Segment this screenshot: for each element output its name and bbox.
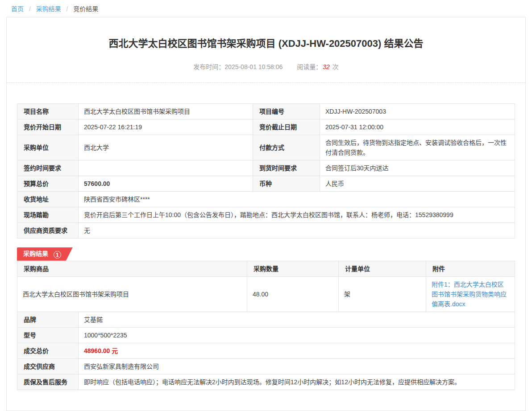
col-header-product: 采购商品 [17,261,247,276]
table-row: 收货地址 陕西省西安市碑林区**** [17,191,515,207]
project-name-value: 西北大学太白校区图书馆书架采购项目 [79,103,253,119]
brand-value: 艾基鍩 [79,312,515,327]
table-row: 签约时间要求 到货时间要求 合同签订后30天内送达 [17,160,515,176]
warranty-service-label: 质保及售后服务 [17,374,79,390]
table-row: 质保及售后服务 即时响应（包括电话响应）；电话响应无法解决2小时内到达现场。修复… [17,374,515,390]
model-label: 型号 [17,327,79,343]
site-survey-value: 竞价开启后第三个工作日上午10:00（包含公告发布日），踏勘地点：西北大学太白校… [79,207,515,222]
signing-time-label: 签约时间要求 [17,160,79,176]
bid-end-label: 竞价截止日期 [253,119,320,135]
table-row: 供应商资质要求 无 [17,222,515,238]
bid-start-label: 竞价开始日期 [17,119,79,135]
payment-method-value: 合同生效后，待货物到达指定地点、安装调试验收合格后，一次性付清合同货款。 [320,135,515,160]
breadcrumb-separator: / [29,5,31,12]
table-row: 型号 1000*500*2235 [17,327,515,343]
views-count: 32 [323,63,330,70]
signing-time-value [79,160,253,176]
project-name-label: 项目名称 [17,103,79,119]
final-price-unit: 元 [112,347,118,354]
table-row: 竞价开始日期 2025-07-22 16:21:19 竞价截止日期 2025-0… [17,119,515,135]
purchaser-value: 西北大学 [79,135,253,160]
col-header-unit: 计量单位 [339,261,426,276]
announcement-header: 西北大学太白校区图书馆书架采购项目 (XDJJ-HW-202507003) 结果… [7,17,525,82]
table-row: 项目名称 西北大学太白校区图书馆书架采购项目 项目编号 XDJJ-HW-2025… [17,103,515,119]
supplier-qualification-value: 无 [79,222,515,238]
budget-total-value: 57600.00 [79,176,253,191]
bid-start-value: 2025-07-22 16:21:19 [79,119,253,135]
table-row: 成交供应商 西安弘新家具制造有限公司 [17,358,515,374]
procurement-result-badge-label: 采购结果 [23,250,48,257]
delivery-address-value: 陕西省西安市碑林区**** [79,191,515,207]
purchaser-label: 采购单位 [17,135,79,160]
product-name-cell: 西北大学太白校区图书馆书架采购项目 [17,276,247,312]
breadcrumb-procurement-results-link[interactable]: 采购结果 [36,5,61,12]
publish-meta: 发布时间：2025-08-01 10:58:06 阅读量：32 次 [17,62,515,82]
breadcrumb-separator: / [66,5,68,12]
model-value: 1000*500*2235 [79,327,515,343]
breadcrumb-current-page: 竞价结果 [73,5,98,12]
winning-supplier-value: 西安弘新家具制造有限公司 [79,358,515,374]
result-detail-table: 品牌 艾基鍩 型号 1000*500*2235 成交总价 48960.00 元 … [17,312,515,390]
views-label: 阅读量： [297,63,322,70]
table-row: 成交总价 48960.00 元 [17,343,515,358]
final-price-label: 成交总价 [17,343,79,358]
currency-value: 人民币 [320,176,515,191]
delivery-address-label: 收货地址 [17,191,79,207]
breadcrumb: 首页 / 采购结果 / 竞价结果 [0,0,532,17]
table-header-row: 采购商品 采购数量 计量单位 附件 [17,261,515,276]
winning-supplier-label: 成交供应商 [17,358,79,374]
views-unit: 次 [332,63,339,70]
col-header-quantity: 采购数量 [247,261,339,276]
views-group: 阅读量：32 次 [297,63,338,70]
breadcrumb-home-link[interactable]: 首页 [11,5,24,12]
table-row: 采购单位 西北大学 付款方式 合同生效后，待货物到达指定地点、安装调试验收合格后… [17,135,515,160]
quantity-cell: 48.00 [247,276,339,312]
brand-label: 品牌 [17,312,79,327]
delivery-time-value: 合同签订后30天内送达 [320,160,515,176]
publish-time-group: 发布时间：2025-08-01 10:58:06 [193,63,284,70]
project-number-value: XDJJ-HW-202507003 [320,103,515,119]
result-count-badge: 1 [54,251,61,259]
table-row: 预算总价 57600.00 币种 人民币 [17,176,515,191]
publish-time-value: 2025-08-01 10:58:06 [224,63,283,70]
bid-end-value: 2025-07-31 12:00:00 [320,119,515,135]
announcement-card: 西北大学太白校区图书馆书架采购项目 (XDJJ-HW-202507003) 结果… [6,17,526,411]
procurement-result-badge: 采购结果 1 [17,247,73,261]
final-price-cell: 48960.00 元 [79,343,515,358]
delivery-time-label: 到货时间要求 [253,160,320,176]
project-info-table: 项目名称 西北大学太白校区图书馆书架采购项目 项目编号 XDJJ-HW-2025… [17,103,515,238]
publish-time-label: 发布时间： [193,63,224,70]
project-number-label: 项目编号 [253,103,320,119]
table-row: 现场踏勘 竞价开启后第三个工作日上午10:00（包含公告发布日），踏勘地点：西北… [17,207,515,222]
site-survey-label: 现场踏勘 [17,207,79,222]
unit-cell: 架 [339,276,426,312]
payment-method-label: 付款方式 [253,135,320,160]
final-price-value: 48960.00 [84,347,110,354]
col-header-attachment: 附件 [426,261,515,276]
announcement-body: 项目名称 西北大学太白校区图书馆书架采购项目 项目编号 XDJJ-HW-2025… [7,83,525,390]
attachment-cell: 附件1：西北大学太白校区图书馆书架采购货物类响应偏离表.docx [426,276,515,312]
table-row: 西北大学太白校区图书馆书架采购项目 48.00 架 附件1：西北大学太白校区图书… [17,276,515,312]
result-items-table: 采购商品 采购数量 计量单位 附件 西北大学太白校区图书馆书架采购项目 48.0… [17,261,515,312]
supplier-qualification-label: 供应商资质要求 [17,222,79,238]
page-title: 西北大学太白校区图书馆书架采购项目 (XDJJ-HW-202507003) 结果… [17,37,515,51]
warranty-service-value: 即时响应（包括电话响应）；电话响应无法解决2小时内到达现场。修复时间12小时内解… [79,374,515,390]
currency-label: 币种 [253,176,320,191]
budget-total-label: 预算总价 [17,176,79,191]
table-row: 品牌 艾基鍩 [17,312,515,327]
attachment-link[interactable]: 附件1：西北大学太白校区图书馆书架采购货物类响应偏离表.docx [432,281,507,308]
